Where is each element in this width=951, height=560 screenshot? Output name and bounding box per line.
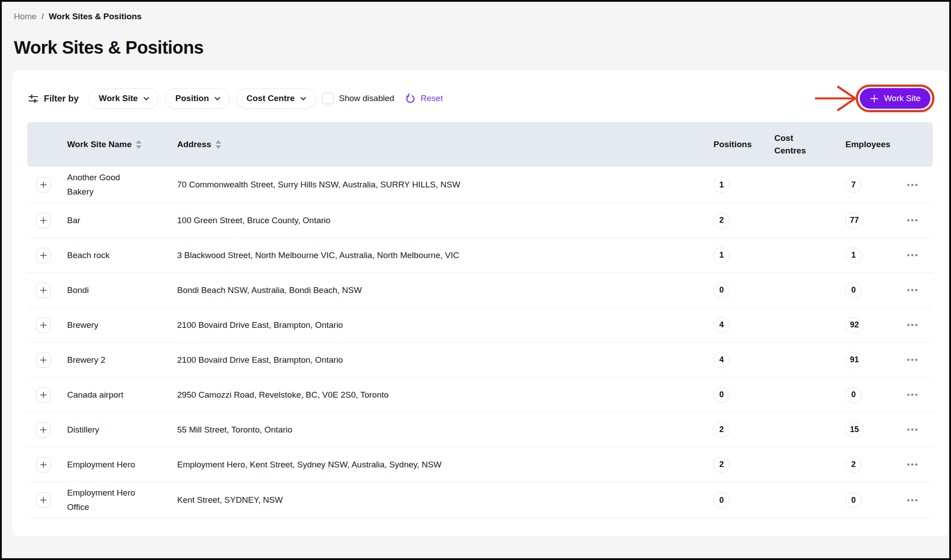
plus-icon bbox=[39, 181, 47, 189]
work-site-address: Kent Street, SYDNEY, NSW bbox=[170, 495, 708, 505]
breadcrumb: Home / Work Sites & Positions bbox=[2, 2, 949, 21]
work-site-name: Employment Hero Office bbox=[60, 486, 170, 514]
work-site-address: 55 Mill Street, Toronto, Ontario bbox=[170, 425, 708, 435]
work-site-address: Bondi Beach NSW, Australia, Bondi Beach,… bbox=[170, 285, 708, 295]
employees-count-badge: 15 bbox=[845, 422, 863, 438]
show-disabled-checkbox[interactable] bbox=[322, 93, 334, 104]
employees-count-badge: 1 bbox=[845, 247, 862, 263]
breadcrumb-current: Work Sites & Positions bbox=[49, 12, 142, 21]
table-row: Employment Hero Office Kent Street, SYDN… bbox=[27, 482, 933, 518]
breadcrumb-home-link[interactable]: Home bbox=[14, 12, 37, 21]
content-card: Filter by Work Site Position Cost Centre… bbox=[12, 70, 948, 536]
employees-count-badge: 0 bbox=[845, 387, 862, 403]
work-site-name: Canada airport bbox=[60, 388, 170, 402]
expand-row-button[interactable] bbox=[36, 248, 51, 263]
app-window: Home / Work Sites & Positions Work Sites… bbox=[0, 0, 951, 560]
employees-count-badge: 91 bbox=[845, 352, 863, 368]
row-actions-menu-button[interactable] bbox=[905, 496, 919, 505]
expand-row-button[interactable] bbox=[36, 318, 51, 333]
work-sites-table: Work Site Name Address Positions bbox=[12, 122, 948, 518]
row-actions-menu-button[interactable] bbox=[905, 390, 919, 399]
positions-count-badge: 1 bbox=[713, 247, 730, 263]
work-site-name: Distillery bbox=[60, 423, 170, 437]
expand-row-button[interactable] bbox=[36, 387, 51, 403]
row-actions-menu-button[interactable] bbox=[905, 285, 919, 295]
employees-count-badge: 77 bbox=[845, 212, 863, 229]
plus-icon bbox=[39, 426, 47, 434]
table-row: Another Good Bakery 70 Commonwealth Stre… bbox=[27, 167, 933, 203]
reset-filters-button[interactable]: Reset bbox=[405, 93, 443, 104]
table-row: Brewery 2100 Bovaird Drive East, Brampto… bbox=[27, 308, 933, 343]
employees-count-badge: 7 bbox=[845, 177, 862, 193]
chevron-down-icon bbox=[300, 97, 306, 101]
chevron-down-icon bbox=[143, 97, 149, 101]
table-row: Employment Hero Employment Hero, Kent St… bbox=[27, 447, 933, 482]
show-disabled-label: Show disabled bbox=[339, 93, 395, 103]
table-body: Another Good Bakery 70 Commonwealth Stre… bbox=[27, 167, 933, 518]
plus-icon bbox=[39, 496, 47, 504]
positions-count-badge: 1 bbox=[713, 177, 730, 193]
position-filter-dropdown[interactable]: Position bbox=[165, 88, 230, 109]
column-header-address[interactable]: Address bbox=[177, 138, 221, 151]
positions-count-badge: 4 bbox=[713, 317, 730, 333]
positions-count-badge: 2 bbox=[713, 212, 730, 229]
positions-count-badge: 4 bbox=[713, 352, 730, 368]
positions-count-badge: 0 bbox=[713, 492, 730, 508]
work-site-address: 2100 Bovaird Drive East, Brampton, Ontar… bbox=[170, 320, 708, 330]
expand-row-button[interactable] bbox=[36, 422, 51, 437]
table-row: Distillery 55 Mill Street, Toronto, Onta… bbox=[27, 412, 933, 447]
row-actions-menu-button[interactable] bbox=[905, 216, 919, 225]
expand-row-button[interactable] bbox=[36, 352, 51, 368]
employees-count-badge: 0 bbox=[845, 492, 862, 508]
expand-row-button[interactable] bbox=[36, 177, 51, 192]
work-site-address: 2100 Bovaird Drive East, Brampton, Ontar… bbox=[170, 355, 708, 365]
row-actions-menu-button[interactable] bbox=[905, 460, 919, 469]
row-actions-menu-button[interactable] bbox=[905, 320, 919, 330]
column-header-cost-centres: Cost Centres bbox=[762, 132, 833, 157]
expand-row-button[interactable] bbox=[36, 492, 51, 508]
positions-count-badge: 0 bbox=[713, 282, 730, 298]
positions-count-badge: 0 bbox=[713, 387, 730, 403]
work-site-address: 2950 Camozzi Road, Revelstoke, BC, V0E 2… bbox=[170, 390, 708, 400]
work-site-address: 70 Commonwealth Street, Surry Hills NSW,… bbox=[170, 180, 708, 190]
row-actions-menu-button[interactable] bbox=[905, 355, 919, 365]
plus-icon bbox=[39, 251, 47, 259]
work-site-name: Another Good Bakery bbox=[60, 170, 170, 199]
plus-icon bbox=[39, 216, 47, 225]
employees-count-badge: 2 bbox=[845, 457, 862, 473]
plus-icon bbox=[39, 391, 47, 399]
work-site-name: Beach rock bbox=[60, 248, 170, 263]
plus-icon bbox=[39, 286, 47, 294]
table-row: Bar 100 Green Street, Bruce County, Onta… bbox=[27, 203, 933, 238]
cost-centre-filter-dropdown[interactable]: Cost Centre bbox=[236, 88, 316, 109]
add-work-site-area: Work Site bbox=[860, 88, 930, 109]
employees-count-badge: 0 bbox=[845, 282, 862, 298]
work-site-filter-dropdown[interactable]: Work Site bbox=[89, 88, 159, 109]
expand-row-button[interactable] bbox=[36, 213, 51, 228]
plus-icon bbox=[39, 321, 47, 329]
page-title: Work Sites & Positions bbox=[14, 38, 949, 58]
column-header-work-site-name[interactable]: Work Site Name bbox=[67, 137, 142, 152]
sort-icon bbox=[215, 140, 221, 149]
row-actions-menu-button[interactable] bbox=[905, 180, 919, 190]
sliders-icon bbox=[27, 93, 39, 105]
expand-row-button[interactable] bbox=[36, 283, 51, 298]
chevron-down-icon bbox=[214, 97, 221, 101]
positions-count-badge: 2 bbox=[713, 457, 730, 473]
work-site-name: Bondi bbox=[60, 283, 170, 297]
work-site-name: Bar bbox=[60, 213, 170, 228]
row-actions-menu-button[interactable] bbox=[905, 425, 919, 434]
table-row: Bondi Bondi Beach NSW, Australia, Bondi … bbox=[27, 273, 933, 308]
table-row: Canada airport 2950 Camozzi Road, Revels… bbox=[27, 378, 933, 412]
row-actions-menu-button[interactable] bbox=[905, 250, 919, 260]
employees-count-badge: 92 bbox=[845, 317, 863, 333]
add-work-site-button[interactable]: Work Site bbox=[860, 88, 930, 109]
filter-by-label: Filter by bbox=[27, 93, 79, 105]
reset-icon bbox=[405, 93, 416, 104]
work-site-address: 100 Green Street, Bruce County, Ontario bbox=[170, 216, 708, 225]
plus-icon bbox=[39, 356, 47, 364]
expand-row-button[interactable] bbox=[36, 457, 51, 472]
sort-icon bbox=[136, 140, 142, 149]
table-header-row: Work Site Name Address Positions bbox=[27, 122, 933, 167]
work-site-name: Brewery bbox=[60, 318, 170, 332]
